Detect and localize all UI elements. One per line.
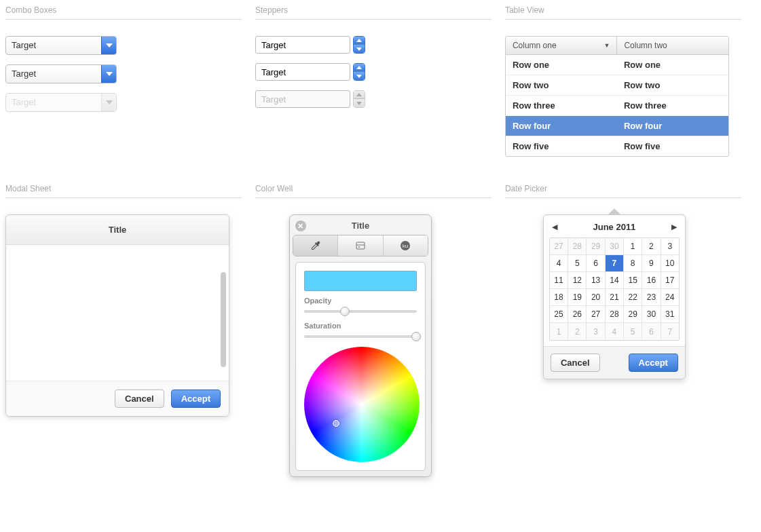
date-cell[interactable]: 1 [550, 323, 568, 340]
date-cell[interactable]: 16 [642, 272, 661, 289]
date-cell[interactable]: 7 [661, 323, 679, 340]
combo-box-2[interactable]: Target [5, 64, 117, 83]
color-wheel[interactable] [304, 347, 420, 462]
saturation-slider[interactable] [304, 332, 417, 341]
prev-month-button[interactable]: ◀ [552, 223, 557, 231]
date-row: 25262728293031 [550, 306, 679, 323]
date-cell[interactable]: 28 [606, 306, 624, 323]
date-cell[interactable]: 19 [568, 289, 587, 306]
date-cell[interactable]: 4 [606, 323, 624, 340]
date-cell[interactable]: 29 [587, 238, 605, 255]
stepper-2-input[interactable] [255, 63, 350, 81]
stepper-3-disabled [255, 90, 365, 108]
date-picker-footer: Cancel Accept [544, 346, 685, 379]
date-cell[interactable]: 10 [661, 255, 679, 272]
chevron-up-icon [356, 39, 362, 42]
eyedropper-tab[interactable] [293, 235, 338, 256]
stepper-1-down[interactable] [354, 45, 365, 53]
date-cell[interactable]: 3 [587, 323, 605, 340]
stepper-2-down[interactable] [354, 72, 365, 80]
color-well-title: Title [352, 221, 370, 231]
date-cell[interactable]: 31 [661, 306, 679, 323]
close-icon[interactable]: ✕ [295, 221, 306, 231]
combo-box-3-value: Target [6, 94, 101, 111]
color-swatch[interactable] [304, 271, 417, 291]
table-header-col1[interactable]: Column one ▼ [506, 37, 618, 55]
date-cell[interactable]: 26 [568, 306, 587, 323]
date-cell[interactable]: 24 [661, 289, 679, 306]
table-row[interactable]: Row fiveRow five [506, 136, 728, 156]
cancel-button[interactable]: Cancel [551, 354, 600, 372]
date-cell[interactable]: 2 [568, 323, 587, 340]
sliders-tab[interactable] [338, 235, 383, 256]
next-month-button[interactable]: ▶ [671, 223, 677, 231]
date-cell[interactable]: 12 [568, 272, 587, 289]
stepper-2 [255, 63, 365, 81]
svg-point-2 [358, 246, 360, 248]
combo-box-1[interactable]: Target [5, 36, 117, 55]
opacity-thumb[interactable] [340, 307, 350, 316]
eyedropper-icon [310, 240, 321, 251]
opacity-slider[interactable] [304, 307, 417, 316]
date-row: 18192021222324 [550, 289, 679, 306]
date-cell[interactable]: 20 [587, 289, 605, 306]
date-cell[interactable]: 4 [550, 255, 568, 272]
date-cell[interactable]: 3 [661, 238, 679, 255]
date-cell[interactable]: 23 [642, 289, 661, 306]
date-cell[interactable]: 28 [568, 238, 587, 255]
table-cell: Row four [617, 116, 728, 136]
date-cell[interactable]: 30 [642, 306, 661, 323]
date-cell[interactable]: 5 [624, 323, 642, 340]
steppers-section: Steppers [255, 5, 505, 157]
date-cell[interactable]: 6 [642, 323, 661, 340]
table-row[interactable]: Row threeRow three [506, 96, 728, 116]
date-cell[interactable]: 27 [587, 306, 605, 323]
table-row[interactable]: Row twoRow two [506, 75, 728, 96]
date-cell[interactable]: 29 [624, 306, 642, 323]
color-mode-segmented: ku [293, 235, 428, 256]
table-cell: Row three [617, 96, 728, 115]
date-cell[interactable]: 8 [624, 255, 642, 272]
date-cell[interactable]: 25 [550, 306, 568, 323]
chevron-down-icon [356, 48, 362, 51]
saturation-thumb[interactable] [411, 332, 421, 341]
date-cell[interactable]: 17 [661, 272, 679, 289]
table-header-col2[interactable]: Column two [617, 37, 728, 55]
combo-box-1-button[interactable] [101, 37, 116, 54]
date-cell[interactable]: 30 [606, 238, 624, 255]
stepper-1-input[interactable] [255, 36, 350, 54]
accept-button[interactable]: Accept [629, 354, 678, 372]
date-cell[interactable]: 11 [550, 272, 568, 289]
color-wheel-cursor[interactable] [333, 420, 339, 427]
cancel-button[interactable]: Cancel [115, 390, 164, 408]
date-cell[interactable]: 18 [550, 289, 568, 306]
date-cell[interactable]: 2 [642, 238, 661, 255]
date-cell[interactable]: 7 [606, 255, 624, 272]
date-cell[interactable]: 9 [642, 255, 661, 272]
palette-tab[interactable]: ku [384, 235, 428, 256]
saturation-track [304, 335, 417, 338]
table-row[interactable]: Row oneRow one [506, 55, 728, 75]
date-cell[interactable]: 27 [550, 238, 568, 255]
sliders-icon [355, 240, 366, 251]
date-cell[interactable]: 14 [606, 272, 624, 289]
table-cell: Row three [506, 96, 617, 115]
date-cell[interactable]: 22 [624, 289, 642, 306]
date-cell[interactable]: 1 [624, 238, 642, 255]
accept-button[interactable]: Accept [171, 390, 221, 408]
table-cell: Row five [617, 136, 728, 156]
combo-box-2-button[interactable] [101, 65, 116, 83]
stepper-1-up[interactable] [354, 37, 365, 45]
scrollbar-thumb[interactable] [221, 272, 226, 367]
stepper-1 [255, 36, 365, 54]
date-cell[interactable]: 13 [587, 272, 605, 289]
date-cell[interactable]: 5 [568, 255, 587, 272]
date-cell[interactable]: 6 [587, 255, 605, 272]
modal-title: Title [6, 215, 229, 245]
date-cell[interactable]: 21 [606, 289, 624, 306]
stepper-2-up[interactable] [354, 64, 365, 72]
date-picker: ◀ June 2011 ▶ 27282930123456789101112131… [543, 214, 686, 379]
date-cell[interactable]: 15 [624, 272, 642, 289]
modal-sheet: Title Cancel Accept [5, 214, 229, 417]
table-row[interactable]: Row fourRow four [506, 116, 728, 136]
